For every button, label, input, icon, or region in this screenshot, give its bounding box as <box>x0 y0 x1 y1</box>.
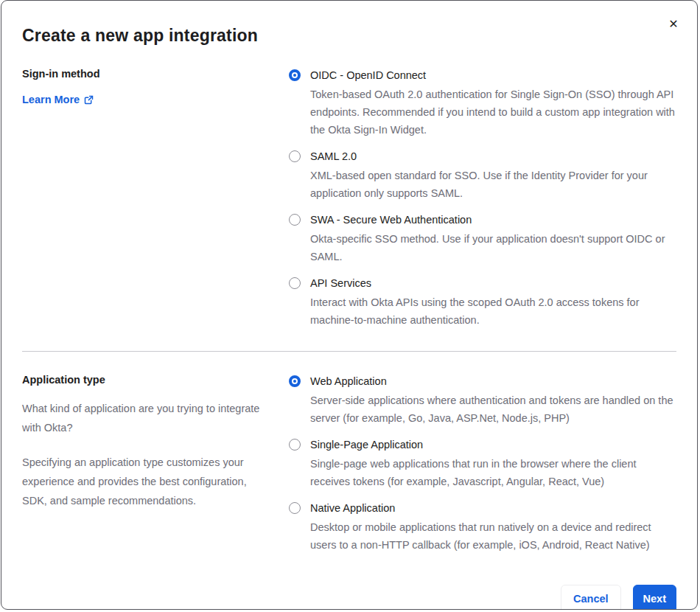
option-description: Single-page web applications that run in… <box>310 455 676 490</box>
option-label: OIDC - OpenID Connect <box>310 68 676 83</box>
radio-button[interactable] <box>289 214 301 226</box>
option-label: Web Application <box>310 374 676 389</box>
option-label: Single-Page Application <box>310 437 676 452</box>
signin-method-left-column: Sign-in method Learn More <box>22 68 268 329</box>
radio-option-native-application[interactable]: Native Application Desktop or mobile app… <box>289 501 676 554</box>
section-divider <box>22 351 676 352</box>
modal-header: Create a new app integration ✕ <box>1 1 697 46</box>
option-label: Native Application <box>310 501 676 515</box>
modal-footer: Cancel Next <box>1 585 697 610</box>
option-description: Okta-specific SSO method. Use if your ap… <box>310 230 676 265</box>
radio-button[interactable] <box>289 69 301 81</box>
learn-more-label: Learn More <box>22 94 80 105</box>
external-link-icon <box>84 95 94 105</box>
option-description: Server-side applications where authentic… <box>310 392 676 427</box>
option-label: SWA - Secure Web Authentication <box>310 212 676 227</box>
signin-method-section: Sign-in method Learn More OIDC - OpenID … <box>1 68 697 329</box>
radio-option-oidc[interactable]: OIDC - OpenID Connect Token-based OAuth … <box>289 68 676 139</box>
next-button[interactable]: Next <box>633 585 676 610</box>
page-title: Create a new app integration <box>22 26 676 46</box>
radio-option-single-page-application[interactable]: Single-Page Application Single-page web … <box>289 437 676 490</box>
application-type-question: What kind of application are you trying … <box>22 399 268 437</box>
signin-method-options: OIDC - OpenID Connect Token-based OAuth … <box>289 68 676 329</box>
signin-method-heading: Sign-in method <box>22 68 268 80</box>
radio-button[interactable] <box>289 439 301 451</box>
option-description: Desktop or mobile applications that run … <box>310 518 676 554</box>
option-label: API Services <box>310 276 676 291</box>
cancel-button[interactable]: Cancel <box>561 585 621 610</box>
application-type-explanation: Specifying an application type customize… <box>22 453 268 510</box>
application-type-options: Web Application Server-side applications… <box>289 374 676 554</box>
application-type-heading: Application type <box>22 374 268 386</box>
create-app-integration-modal: Create a new app integration ✕ Sign-in m… <box>1 0 698 610</box>
learn-more-link[interactable]: Learn More <box>22 94 94 105</box>
radio-button[interactable] <box>289 502 301 514</box>
radio-option-web-application[interactable]: Web Application Server-side applications… <box>289 374 676 427</box>
option-description: XML-based open standard for SSO. Use if … <box>310 167 676 202</box>
application-type-section: Application type What kind of applicatio… <box>1 374 697 554</box>
option-description: Token-based OAuth 2.0 authentication for… <box>310 86 676 139</box>
radio-button[interactable] <box>289 277 301 289</box>
application-type-left-column: Application type What kind of applicatio… <box>22 374 268 554</box>
radio-option-api-services[interactable]: API Services Interact with Okta APIs usi… <box>289 276 676 329</box>
close-icon[interactable]: ✕ <box>665 15 682 33</box>
radio-button[interactable] <box>289 375 301 387</box>
option-label: SAML 2.0 <box>310 149 676 164</box>
radio-option-saml[interactable]: SAML 2.0 XML-based open standard for SSO… <box>289 149 676 202</box>
radio-option-swa[interactable]: SWA - Secure Web Authentication Okta-spe… <box>289 212 676 265</box>
radio-button[interactable] <box>289 150 301 162</box>
option-description: Interact with Okta APIs using the scoped… <box>310 293 676 329</box>
